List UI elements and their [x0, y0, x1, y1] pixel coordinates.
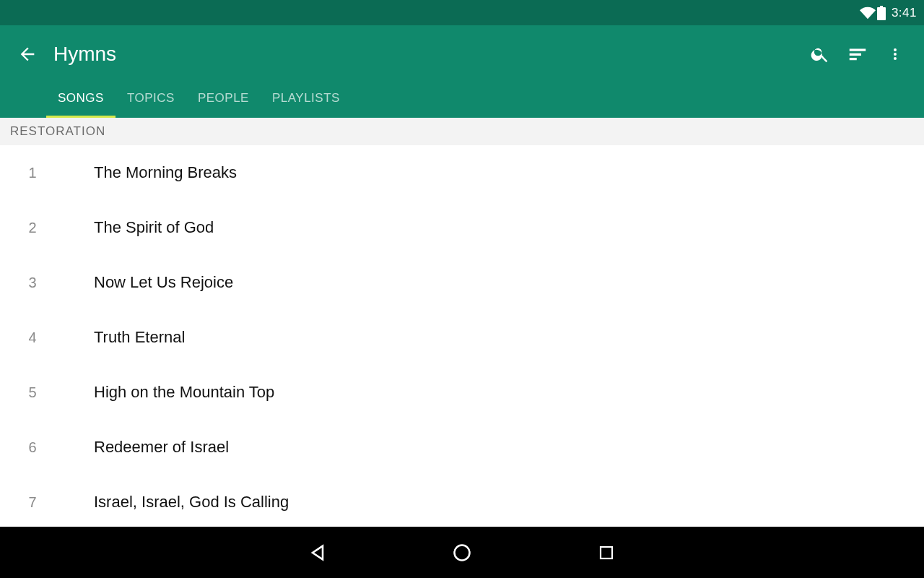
- section-header: RESTORATION: [0, 118, 924, 145]
- page-title: Hymns: [53, 43, 801, 66]
- nav-recent-icon: [598, 544, 615, 561]
- sort-button[interactable]: [839, 35, 876, 73]
- status-time: 3:41: [892, 6, 917, 20]
- song-number: 7: [0, 494, 94, 511]
- svg-point-0: [455, 545, 470, 560]
- list-item[interactable]: 1 The Morning Breaks: [0, 145, 924, 200]
- back-button[interactable]: [10, 37, 45, 72]
- song-number: 3: [0, 275, 94, 291]
- svg-rect-1: [601, 547, 612, 558]
- song-number: 6: [0, 439, 94, 456]
- tab-people[interactable]: PEOPLE: [186, 81, 261, 118]
- song-title: Redeemer of Israel: [94, 438, 229, 457]
- status-bar: 3:41: [0, 0, 924, 25]
- song-title: Now Let Us Rejoice: [94, 273, 233, 292]
- song-title: Truth Eternal: [94, 328, 185, 347]
- tab-topics[interactable]: TOPICS: [116, 81, 186, 118]
- song-title: The Spirit of God: [94, 218, 214, 237]
- android-nav-bar: [0, 527, 924, 578]
- list-item[interactable]: 7 Israel, Israel, God Is Calling: [0, 475, 924, 530]
- list-item[interactable]: 2 The Spirit of God: [0, 200, 924, 255]
- battery-icon: [877, 6, 886, 20]
- tab-playlists[interactable]: PLAYLISTS: [261, 81, 352, 118]
- song-title: Israel, Israel, God Is Calling: [94, 493, 289, 512]
- search-icon: [810, 44, 830, 64]
- more-vert-icon: [886, 46, 904, 63]
- nav-back-icon: [308, 543, 328, 563]
- list-item[interactable]: 4 Truth Eternal: [0, 310, 924, 365]
- search-button[interactable]: [801, 35, 839, 73]
- nav-recent-button[interactable]: [534, 535, 679, 570]
- nav-home-button[interactable]: [390, 535, 534, 570]
- content: RESTORATION 1 The Morning Breaks 2 The S…: [0, 118, 924, 578]
- app-bar: Hymns SONGS TOPICS PEOPLE PLAYLISTS: [0, 25, 924, 118]
- tabs: SONGS TOPICS PEOPLE PLAYLISTS: [0, 83, 924, 118]
- list-item[interactable]: 3 Now Let Us Rejoice: [0, 255, 924, 310]
- list-item[interactable]: 5 High on the Mountain Top: [0, 365, 924, 420]
- nav-home-icon: [452, 543, 472, 563]
- song-list[interactable]: 1 The Morning Breaks 2 The Spirit of God…: [0, 145, 924, 530]
- song-number: 2: [0, 220, 94, 236]
- song-number: 4: [0, 329, 94, 346]
- arrow-back-icon: [17, 44, 38, 64]
- more-button[interactable]: [876, 35, 914, 73]
- song-title: The Morning Breaks: [94, 163, 237, 182]
- song-number: 5: [0, 384, 94, 401]
- list-item[interactable]: 6 Redeemer of Israel: [0, 420, 924, 475]
- wifi-icon: [860, 5, 876, 21]
- song-number: 1: [0, 165, 94, 181]
- sort-icon: [847, 43, 868, 65]
- song-title: High on the Mountain Top: [94, 383, 274, 402]
- tab-songs[interactable]: SONGS: [46, 81, 116, 118]
- nav-back-button[interactable]: [245, 535, 390, 570]
